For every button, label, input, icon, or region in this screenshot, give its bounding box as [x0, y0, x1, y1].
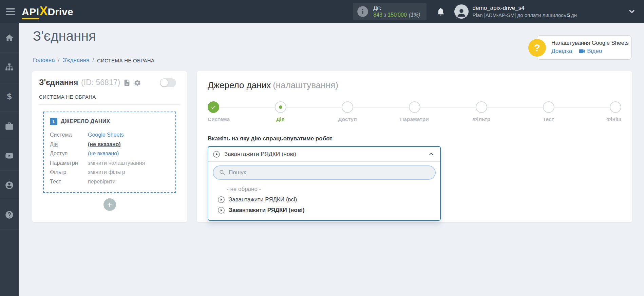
home-icon [5, 33, 14, 42]
sidebar-item-help[interactable] [0, 200, 19, 230]
notifications-bell-icon[interactable] [436, 7, 446, 16]
breadcrumb: Головна / З'єднання / СИСТЕМА НЕ ОБРАНА [33, 57, 154, 64]
access-value-link[interactable]: (не вказано) [88, 149, 119, 158]
days-left: 5 [567, 12, 570, 18]
data-source-title: ДЖЕРЕЛО ДАНИХ [61, 118, 110, 124]
sidebar-item-services[interactable] [0, 112, 19, 141]
chevron-up-icon [428, 151, 435, 158]
plus-icon [106, 201, 113, 208]
connection-id: (ID: 56817) [81, 78, 120, 87]
check-icon [210, 104, 216, 110]
breadcrumb-home[interactable]: Головна [33, 57, 55, 64]
breadcrumb-separator: / [92, 57, 94, 64]
connections-icon [5, 63, 14, 72]
breadcrumb-connections[interactable]: З'єднання [62, 57, 89, 64]
logo-drive: Drive [48, 6, 73, 18]
sidebar: $ [0, 23, 19, 296]
breadcrumb-current: СИСТЕМА НЕ ОБРАНА [97, 58, 154, 63]
actions-total: 150'000 [387, 12, 406, 18]
step-system[interactable]: Система [208, 101, 219, 113]
document-icon[interactable] [123, 79, 131, 86]
user-menu[interactable]: demo_apix-drive_s4 Plan |ADM-AP-SM| до о… [454, 4, 577, 19]
connection-enable-toggle[interactable] [160, 78, 176, 87]
sidebar-item-account[interactable] [0, 171, 19, 200]
gear-icon[interactable] [134, 79, 141, 86]
setup-stepper: Система Дія Доступ Параметри [208, 101, 621, 127]
play-circle-icon [213, 151, 220, 158]
play-circle-icon [217, 196, 225, 203]
source-row-parameters: Параметри змінити налаштування [50, 158, 169, 168]
hamburger-menu-icon[interactable] [5, 7, 16, 16]
option-not-selected[interactable]: - не обрано - [208, 184, 440, 194]
billing-icon: $ [5, 92, 14, 101]
panel-title: Джерело даних [208, 80, 271, 90]
services-icon [5, 122, 14, 131]
page-title: З'єднання [33, 28, 96, 44]
account-icon [5, 181, 14, 190]
action-dropdown: Завантажити РЯДКИ (нові) - не обрано - З… [208, 146, 441, 221]
selected-action: Завантажити РЯДКИ (нові) [224, 151, 296, 158]
actions-counter: Дії: 843з150'000(1%) [353, 3, 426, 20]
avatar [454, 4, 469, 19]
source-row-access: Доступ (не вказано) [50, 149, 169, 158]
step-filter[interactable]: Фільтр [476, 101, 487, 113]
search-input[interactable] [229, 169, 430, 176]
help-box: ? Налаштування Google Sheets Довідка Від… [537, 35, 632, 60]
panel-title-note: (налаштування) [273, 80, 338, 90]
option-load-rows-new[interactable]: Завантажити РЯДКИ (нові) [208, 205, 440, 215]
option-load-rows-all[interactable]: Завантажити РЯДКИ (всі) [208, 194, 440, 205]
action-select[interactable]: Завантажити РЯДКИ (нові) [208, 147, 440, 162]
step-access[interactable]: Доступ [342, 101, 353, 113]
chevron-down-icon[interactable] [628, 7, 636, 16]
filter-value-link[interactable]: змінити фільтр [88, 167, 125, 177]
parameters-value-link[interactable]: змінити налаштування [88, 158, 145, 168]
sidebar-item-home[interactable] [0, 23, 19, 53]
dropdown-search [213, 165, 436, 180]
add-step-button[interactable] [103, 198, 116, 211]
test-value-link[interactable]: перевірити [88, 177, 116, 186]
apixdrive-logo[interactable]: APIXDrive [22, 4, 73, 19]
video-camera-icon [578, 47, 586, 55]
source-row-filter: Фільтр змінити фільтр [50, 167, 169, 177]
help-icon [5, 210, 14, 219]
info-icon[interactable] [356, 5, 369, 18]
step-action[interactable]: Дія [275, 101, 286, 113]
action-options-list: - не обрано - Завантажити РЯДКИ (всі) За… [208, 183, 440, 220]
sidebar-item-billing[interactable]: $ [0, 82, 19, 112]
data-source-block[interactable]: 1 ДЖЕРЕЛО ДАНИХ Система Google Sheets Ді… [43, 112, 176, 193]
sidebar-item-connections[interactable] [0, 53, 19, 82]
logo-x: X [40, 4, 48, 18]
help-docs-link[interactable]: Довідка [551, 48, 572, 55]
sidebar-item-video-tutorials[interactable] [0, 141, 19, 171]
play-circle-icon [217, 206, 225, 214]
svg-text:$: $ [7, 92, 12, 101]
connection-card-title: З'єднання [39, 78, 78, 87]
logo-api: API [22, 6, 39, 19]
step-finish[interactable]: Фініш [610, 101, 621, 113]
action-question-label: Вкажіть на яку дію спрацьовуватиме робот [208, 135, 621, 142]
help-question-icon[interactable]: ? [528, 39, 546, 57]
actions-counter-value: 843з150'000(1%) [373, 12, 420, 18]
breadcrumb-separator: / [58, 57, 60, 64]
topbar-right: Дії: 843з150'000(1%) demo_apix-drive_s4 … [353, 3, 644, 20]
source-row-test: Тест перевірити [50, 177, 169, 186]
step-parameters[interactable]: Параметри [409, 101, 420, 113]
step-number-badge: 1 [50, 118, 57, 125]
topbar: APIXDrive Дії: 843з150'000(1%) demo_apix… [0, 0, 644, 23]
active-step-dot [279, 105, 282, 109]
main-content: З'єднання Головна / З'єднання / СИСТЕМА … [19, 23, 644, 296]
step-test[interactable]: Тест [543, 101, 554, 113]
source-row-action: Дія (не вказано) [50, 140, 169, 149]
action-value-link[interactable]: (не вказано) [88, 140, 121, 149]
actions-counter-label: Дії: [373, 5, 420, 12]
data-source-settings-panel: Джерело даних(налаштування) Система Дія [197, 71, 632, 222]
actions-used: 843 [373, 12, 382, 18]
help-video-link[interactable]: Відео [587, 48, 602, 55]
user-plan: Plan |ADM-AP-SM| до оплати лишилось5дн [473, 12, 577, 19]
connection-card: З'єднання (ID: 56817) СИСТЕМА НЕ ОБРАНА … [32, 71, 187, 222]
system-value-link[interactable]: Google Sheets [88, 130, 124, 140]
apix-drive-app: APIXDrive Дії: 843з150'000(1%) demo_apix… [0, 0, 644, 296]
connection-system-status: СИСТЕМА НЕ ОБРАНА [39, 94, 180, 105]
avatar-person-icon [456, 7, 467, 19]
search-icon [219, 169, 226, 176]
